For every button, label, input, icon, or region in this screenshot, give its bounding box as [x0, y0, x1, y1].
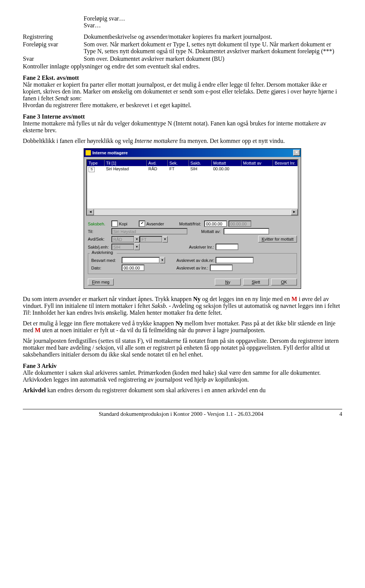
body-paragraph: Når journalposten ferdigstilles (settes … — [23, 338, 342, 358]
group-avskrivning: Avskrivning Besvart med: ▼ Avskrevet av … — [88, 253, 297, 274]
scrollbar-horizontal[interactable]: ◄ ► — [87, 209, 298, 215]
heading-fane3-arkiv: Fane 3 Arkiv — [23, 363, 342, 369]
input-avskriver-lnr[interactable] — [216, 244, 238, 250]
body-paragraph: Alle dokumenter i saken skal arkiveres s… — [23, 369, 342, 383]
input-mottatt-av[interactable] — [224, 228, 269, 235]
label-til: Til: — [88, 229, 111, 234]
label-mottatt-av: Mottatt av: — [201, 229, 221, 234]
close-icon[interactable]: ✕ — [293, 150, 300, 156]
button-finn-meg[interactable]: Finn meg — [88, 279, 114, 285]
checkbox-kopi[interactable] — [111, 220, 118, 227]
input-til: Siri Høystad — [111, 228, 187, 235]
heading-fane2: Fane 2 Ekst. avs/mott — [23, 74, 342, 81]
def-term: Svar — [23, 55, 84, 62]
input-dato[interactable]: 00.00.00 — [122, 265, 144, 271]
checkbox-avsender[interactable]: ✔ — [139, 220, 145, 227]
input-avskrevet-lnr[interactable] — [210, 265, 233, 271]
heading-fane3-interne: Fane 3 Interne avs/mott — [23, 113, 342, 120]
dialog-interne-mottagere: Interne mottagere ✕ Type Til [1] Avd. Se… — [84, 148, 301, 289]
label-avskrevet-doknr: Avskrevet av dok.nr: — [176, 258, 214, 263]
input-sek: FT — [140, 236, 162, 242]
intro-item: Foreløpig svar… — [84, 15, 342, 22]
scroll-left-icon[interactable]: ◄ — [87, 209, 94, 215]
def-term: Registrering — [23, 33, 84, 40]
body-paragraph: Kontroller innlagte opplysninger og endr… — [23, 63, 342, 70]
def-desc: Som over. Når markert dokument er Type I… — [84, 41, 342, 55]
input-avd: RÅD — [111, 236, 134, 242]
body-paragraph: Dobbeltklikk i fanen eller høyreklikk og… — [23, 138, 342, 144]
page-footer: Standard dokumentproduksjon i Kontor 200… — [23, 409, 342, 417]
body-paragraph: Det er mulig å legge inn flere mottakere… — [23, 320, 342, 334]
label-kopi: Kopi — [119, 222, 127, 226]
button-ny[interactable]: Ny — [215, 279, 241, 285]
body-paragraph: Arkivdel kan endres dersom du registrere… — [23, 387, 342, 394]
def-term: Foreløpig svar — [23, 41, 84, 55]
chevron-down-icon[interactable]: ▼ — [160, 257, 165, 263]
label-saksbeh: Saksbeh. — [88, 222, 111, 226]
label-dato: Dato: — [91, 266, 122, 270]
label-sakbjenh: Sakb/j.enh: — [88, 245, 111, 249]
input-mottatt[interactable]: 00.00.00 — [204, 220, 227, 227]
body-paragraph: Du som intern avsender er markert når vi… — [23, 296, 342, 316]
label-avdsek: Avd/Sek: — [88, 237, 111, 241]
list-header: Type Til [1] Avd. Sek. Sakb. Mottatt Mot… — [87, 160, 298, 166]
input-sakbjenh: SIH — [111, 244, 134, 250]
button-slett[interactable]: Slett — [243, 279, 269, 285]
label-mottatt-frist: Mottatt/frist: — [179, 222, 201, 226]
page-number: 4 — [340, 411, 343, 417]
def-desc: Dokumentbeskrivelse og avsender/mottaker… — [84, 33, 342, 40]
chevron-down-icon[interactable]: ▼ — [134, 236, 140, 242]
titlebar[interactable]: Interne mottagere ✕ — [84, 149, 301, 157]
table-row[interactable]: S Siri Høystad RÅD FT SIH 00.00.00 — [87, 166, 298, 173]
input-besvart-med[interactable] — [122, 257, 160, 263]
scroll-right-icon[interactable]: ► — [291, 209, 298, 215]
label-avskriver-lnr: Avskriver lnr.: — [189, 245, 214, 249]
intro-item: Svar… — [84, 22, 342, 29]
input-avskrevet-doknr[interactable] — [216, 257, 254, 263]
chevron-down-icon[interactable]: ▼ — [162, 236, 168, 242]
window-title: Interne mottagere — [92, 151, 293, 155]
input-frist: 00.00.00 — [229, 220, 251, 227]
button-ok[interactable]: OK — [271, 279, 297, 285]
body-paragraph: Når mottaker er kopiert fra parter eller… — [23, 81, 342, 109]
chevron-down-icon[interactable]: ▼ — [134, 244, 140, 250]
label-avskrevet-lnr: Avskrevet av lnr.: — [176, 266, 208, 270]
label-besvart-med: Besvart med: — [91, 258, 122, 263]
button-kvitter[interactable]: Kvitter for mottatt — [258, 236, 297, 242]
window-icon — [86, 150, 91, 155]
body-paragraph: Interne mottakere må fylles ut når du ve… — [23, 120, 342, 134]
label-avsender: Avsender — [146, 222, 164, 226]
def-desc: Som over. Dokumentet avskriver markert d… — [84, 55, 342, 62]
recipient-list[interactable]: Type Til [1] Avd. Sek. Sakb. Mottatt Mot… — [86, 159, 298, 216]
